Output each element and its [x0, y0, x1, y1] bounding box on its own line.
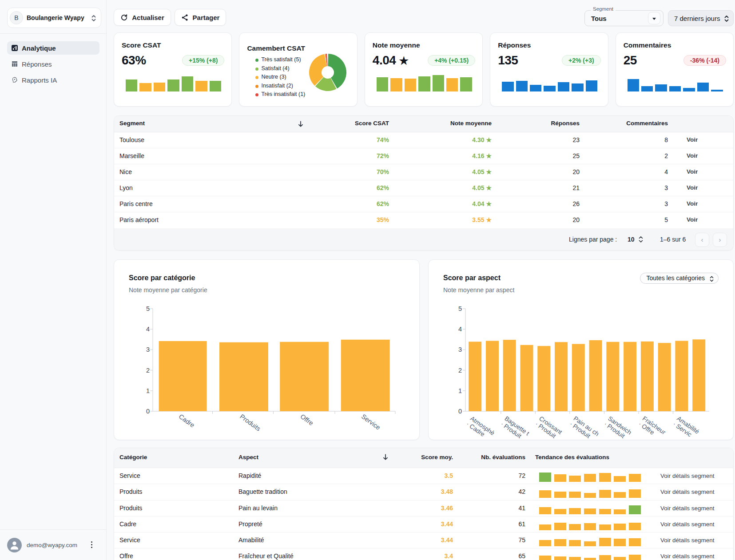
- svg-text:0: 0: [146, 408, 150, 415]
- svg-text:Cadre: Cadre: [178, 413, 196, 429]
- svg-text:4: 4: [458, 326, 462, 333]
- svg-text:4: 4: [146, 326, 150, 333]
- svg-text:0: 0: [458, 408, 462, 415]
- svg-text:1: 1: [146, 387, 150, 394]
- svg-text:2: 2: [146, 367, 150, 374]
- svg-text:Offre: Offre: [299, 413, 314, 427]
- svg-text:3: 3: [458, 346, 462, 353]
- svg-text:5: 5: [146, 305, 150, 312]
- svg-text:1: 1: [458, 387, 462, 394]
- svg-text:2: 2: [458, 367, 462, 374]
- svg-text:Produits: Produits: [238, 413, 262, 432]
- svg-text:3: 3: [146, 346, 150, 353]
- svg-text:Service: Service: [360, 413, 382, 431]
- svg-text:5: 5: [458, 305, 462, 312]
